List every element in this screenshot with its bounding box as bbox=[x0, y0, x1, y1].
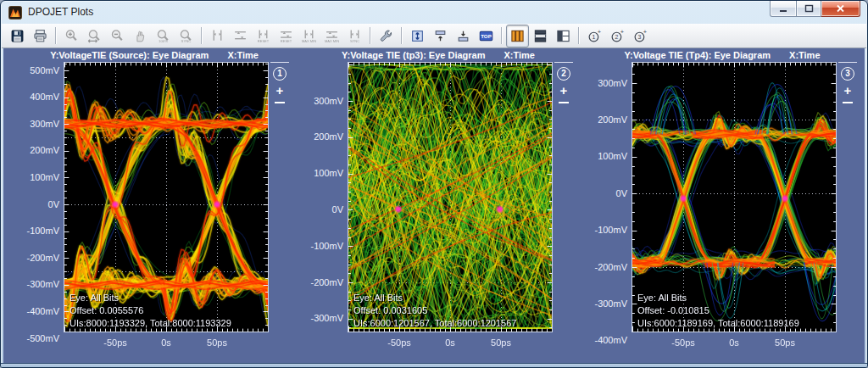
toolbar-zoom-sync-button: SYNC bbox=[175, 25, 198, 47]
toolbar-align-bottom-button[interactable] bbox=[452, 25, 475, 47]
x-tick-label: 0s bbox=[141, 337, 192, 348]
toolbar-zoom-out-button bbox=[106, 25, 129, 47]
cursors-vertical-reset-icon: RESET bbox=[256, 29, 270, 43]
x-tick-label: -50ps bbox=[658, 337, 709, 348]
svg-text:+: + bbox=[598, 29, 601, 36]
toolbar-zoom-horizontal-button bbox=[83, 25, 106, 47]
window-title: DPOJET Plots bbox=[28, 6, 93, 18]
plot-zoom-out-button[interactable] bbox=[559, 102, 569, 103]
close-button[interactable] bbox=[821, 1, 860, 17]
plot-area[interactable]: Eye: All BitsOffset: 0.0055576UIs:8000:1… bbox=[64, 62, 269, 332]
toolbar-cursors-vertical-button bbox=[206, 25, 229, 47]
x-tick-label: 50ps bbox=[476, 337, 526, 348]
zoom-horizontal-icon bbox=[87, 29, 102, 43]
eye-diagram-canvas[interactable] bbox=[632, 63, 836, 332]
y-tick-label: 200mV bbox=[572, 114, 627, 125]
plot-number-badge[interactable]: 3 bbox=[841, 67, 854, 81]
x-tick-label: 50ps bbox=[192, 337, 242, 348]
plot-title-x: X:Time bbox=[789, 50, 820, 61]
zoom-100-icon: 100% bbox=[156, 29, 170, 43]
plot-area[interactable]: Eye: All BitsOffset: -0.010815UIs:6000:1… bbox=[632, 62, 837, 332]
title-bar[interactable]: DPOJET Plots bbox=[1, 1, 867, 24]
plot-controls: 3 + bbox=[838, 62, 857, 122]
toolbar-select-plot-2-button[interactable]: 2+ bbox=[606, 25, 629, 47]
toolbar-fit-vertical-button[interactable] bbox=[406, 25, 429, 47]
y-tick-label: 100mV bbox=[572, 151, 627, 161]
y-tick-label: 100mV bbox=[4, 172, 59, 182]
toolbar-select-plot-1-button[interactable]: 1+ bbox=[583, 25, 606, 47]
y-tick-label: -200mV bbox=[4, 253, 59, 263]
plot-controls: 1 + bbox=[270, 62, 289, 122]
svg-text:100%: 100% bbox=[159, 39, 168, 43]
plot-zoom-in-button[interactable]: + bbox=[270, 85, 289, 97]
toolbar-layout-columns-button[interactable] bbox=[506, 25, 529, 47]
toolbar-always-on-top-button[interactable]: TOP bbox=[475, 25, 498, 47]
minimize-icon bbox=[779, 5, 787, 13]
plot-title: Y:VoltageTIE (Source): Eye Diagram X:Tim… bbox=[21, 50, 287, 61]
plot-title: Y:Voltage TIE (Tp4): Eye Diagram X:Time bbox=[589, 50, 855, 61]
plot-number-badge[interactable]: 1 bbox=[273, 67, 287, 81]
toolbar-cursors-sync-button: SYNC bbox=[343, 25, 366, 47]
x-tick-label: 50ps bbox=[760, 337, 810, 348]
toolbar-print-button[interactable] bbox=[29, 25, 52, 47]
svg-text:1: 1 bbox=[593, 34, 596, 40]
y-tick-label: 200mV bbox=[288, 131, 343, 142]
pan-icon bbox=[133, 29, 147, 43]
toolbar-cursors-vertical-maxmin-button: MAX MIN bbox=[298, 25, 320, 47]
svg-text:+: + bbox=[620, 29, 624, 36]
eye-diagram-canvas[interactable] bbox=[348, 63, 552, 332]
toolbar-configure-button[interactable] bbox=[375, 25, 398, 47]
y-tick-label: 0V bbox=[572, 188, 627, 198]
plot-zoom-in-button[interactable]: + bbox=[554, 85, 573, 97]
y-tick-label: -500mV bbox=[4, 333, 59, 343]
y-tick-label: 500mV bbox=[4, 65, 59, 75]
plot-area[interactable]: Eye: All BitsOffset: 0.0031605UIs:6000:1… bbox=[348, 62, 553, 332]
zoom-out-icon bbox=[110, 29, 125, 43]
y-tick-label: -300mV bbox=[4, 279, 59, 289]
plot-panel-1: Y:VoltageTIE (Source): Eye Diagram X:Tim… bbox=[4, 50, 287, 354]
toolbar-separator bbox=[401, 27, 403, 44]
svg-text:SYNC: SYNC bbox=[181, 39, 192, 43]
toolbar-separator bbox=[201, 27, 203, 44]
toolbar-select-plot-3-button[interactable]: 3+ bbox=[629, 25, 652, 47]
app-icon bbox=[8, 6, 22, 20]
svg-text:MAX MIN: MAX MIN bbox=[325, 38, 339, 42]
toolbar-cursors-vertical-reset-button: RESET bbox=[252, 25, 275, 47]
plot-title: Y:Voltage TIE (tp3): Eye Diagram X:Time bbox=[305, 50, 571, 61]
toolbar-layout-rows-button[interactable] bbox=[529, 25, 552, 47]
plot-zoom-in-button[interactable]: + bbox=[838, 85, 857, 97]
svg-text:MAX MIN: MAX MIN bbox=[302, 38, 316, 42]
eye-diagram-canvas[interactable] bbox=[64, 63, 268, 332]
y-tick-label: 0V bbox=[288, 204, 343, 215]
zoom-in-icon bbox=[64, 29, 79, 43]
toolbar-save-button[interactable] bbox=[6, 25, 29, 47]
fit-vertical-icon bbox=[410, 29, 425, 43]
toolbar-align-top-button[interactable] bbox=[429, 25, 452, 47]
cursors-vertical-icon bbox=[210, 29, 225, 43]
y-tick-label: -400mV bbox=[572, 335, 627, 345]
cursors-horizontal-icon bbox=[233, 29, 248, 43]
select-plot-2-icon: 2+ bbox=[610, 29, 625, 43]
maximize-button[interactable] bbox=[797, 1, 821, 17]
toolbar-separator bbox=[578, 27, 580, 44]
close-icon bbox=[836, 4, 845, 13]
y-tick-label: 300mV bbox=[572, 78, 627, 88]
svg-text:3: 3 bbox=[638, 34, 642, 40]
plot-zoom-out-button[interactable] bbox=[843, 102, 853, 103]
zoom-sync-icon: SYNC bbox=[179, 29, 193, 43]
cursors-horizontal-reset-icon: RESET bbox=[279, 29, 293, 43]
y-tick-label: -100mV bbox=[288, 241, 343, 251]
plot-zoom-out-button[interactable] bbox=[275, 102, 285, 103]
toolbar-layout-mixed-button[interactable] bbox=[552, 25, 575, 47]
y-tick-label: -400mV bbox=[4, 306, 59, 316]
x-tick-label: -50ps bbox=[90, 337, 141, 348]
svg-text:TOP: TOP bbox=[481, 33, 492, 39]
toolbar-zoom-in-button bbox=[60, 25, 83, 47]
x-tick-label: 0s bbox=[425, 337, 476, 348]
minimize-button[interactable] bbox=[770, 1, 797, 17]
y-tick-label: 0V bbox=[4, 199, 59, 209]
plot-panel-2: Y:Voltage TIE (tp3): Eye Diagram X:Time … bbox=[288, 50, 571, 354]
plot-number-badge[interactable]: 2 bbox=[557, 67, 570, 81]
toolbar-separator bbox=[370, 27, 371, 44]
always-on-top-icon: TOP bbox=[479, 29, 493, 43]
